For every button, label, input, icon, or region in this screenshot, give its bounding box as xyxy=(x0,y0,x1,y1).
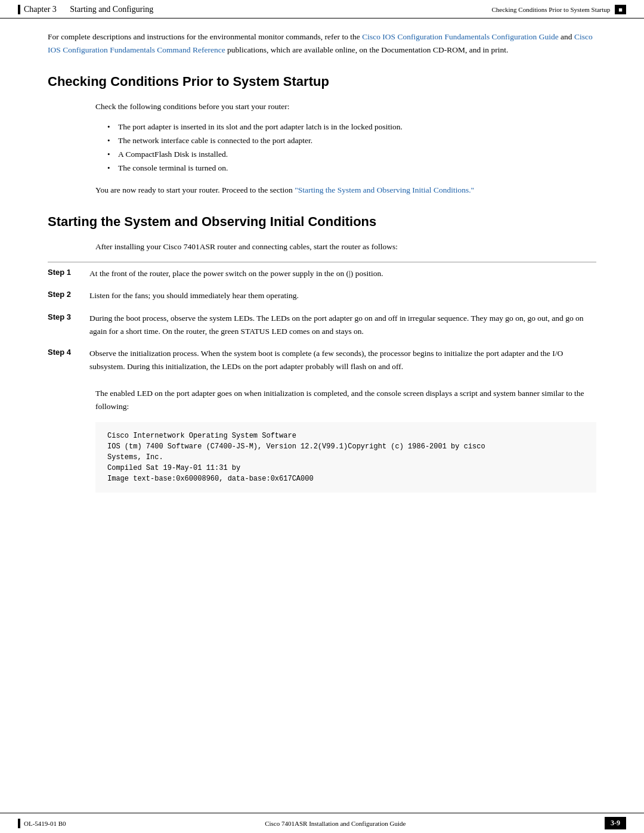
footer-left: OL-5419-01 B0 xyxy=(18,819,66,828)
intro-paragraph: For complete descriptions and instructio… xyxy=(48,30,596,56)
table-row: Step 4 Observe the initialization proces… xyxy=(48,342,596,377)
list-item: The port adapter is inserted in its slot… xyxy=(107,120,584,134)
step-text-4: Observe the initialization process. When… xyxy=(89,347,596,373)
table-row: Step 1 At the front of the router, place… xyxy=(48,262,596,285)
list-item: A CompactFlash Disk is installed. xyxy=(107,148,584,162)
step-label-2: Step 2 xyxy=(48,289,89,299)
section2-heading: Starting the System and Observing Initia… xyxy=(48,214,596,230)
footer-center-label: Cisco 7401ASR Installation and Configura… xyxy=(265,820,405,827)
header-bar: Chapter 3 Starting and Configuring Check… xyxy=(0,0,644,18)
link-starting-system[interactable]: "Starting the System and Observing Initi… xyxy=(295,185,474,194)
header-right: Checking Conditions Prior to System Star… xyxy=(491,5,626,14)
intro-text-after: publications, which are available online… xyxy=(225,45,509,54)
header-black-box-icon: ■ xyxy=(615,5,626,14)
header-black-bar xyxy=(18,5,20,14)
main-content: For complete descriptions and instructio… xyxy=(0,18,644,528)
table-row: Step 2 Listen for the fans; you should i… xyxy=(48,284,596,307)
header-left: Chapter 3 Starting and Configuring xyxy=(18,5,153,14)
footer-page-number: 3-9 xyxy=(611,819,620,827)
footer-left-label: OL-5419-01 B0 xyxy=(24,820,66,827)
steps-container: Step 1 At the front of the router, place… xyxy=(48,262,596,378)
footer-center: Cisco 7401ASR Installation and Configura… xyxy=(265,820,405,827)
section1-bullet-list: The port adapter is inserted in its slot… xyxy=(107,120,584,175)
step-label-1: Step 1 xyxy=(48,267,89,277)
enabled-led-para: The enabled LED on the port adapter goes… xyxy=(95,387,584,413)
intro-text-between: and xyxy=(559,32,574,41)
table-row: Step 3 During the boot process, observe … xyxy=(48,307,596,342)
section1-content: Check the following conditions before yo… xyxy=(95,100,584,196)
link-para-before: You are now ready to start your router. … xyxy=(95,185,295,194)
footer-bar: OL-5419-01 B0 Cisco 7401ASR Installation… xyxy=(0,813,644,833)
list-item: The console terminal is turned on. xyxy=(107,162,584,175)
step-label-3: Step 3 xyxy=(48,312,89,321)
footer-right-page-number: 3-9 xyxy=(605,817,626,829)
section2-intro: After installing your Cisco 7401ASR rout… xyxy=(95,240,596,253)
step-text-1: At the front of the router, place the po… xyxy=(89,267,596,280)
page-container: Chapter 3 Starting and Configuring Check… xyxy=(0,0,644,833)
chapter-title: Starting and Configuring xyxy=(70,5,153,14)
intro-text-before: For complete descriptions and instructio… xyxy=(48,32,362,41)
step-text-2: Listen for the fans; you should immediat… xyxy=(89,289,596,302)
list-item: The network interface cable is connected… xyxy=(107,134,584,148)
section1-intro: Check the following conditions before yo… xyxy=(95,100,584,113)
step-label-4: Step 4 xyxy=(48,347,89,357)
section1-link-para: You are now ready to start your router. … xyxy=(95,184,584,197)
section1-heading: Checking Conditions Prior to System Star… xyxy=(48,74,596,89)
link-ios-config-guide[interactable]: Cisco IOS Configuration Fundamentals Con… xyxy=(362,32,559,41)
code-block: Cisco Internetwork Operating System Soft… xyxy=(95,422,596,493)
footer-black-bar xyxy=(18,819,20,828)
chapter-label: Chapter 3 xyxy=(24,5,57,14)
page-topic: Checking Conditions Prior to System Star… xyxy=(491,6,610,13)
step-text-3: During the boot process, observe the sys… xyxy=(89,312,596,337)
